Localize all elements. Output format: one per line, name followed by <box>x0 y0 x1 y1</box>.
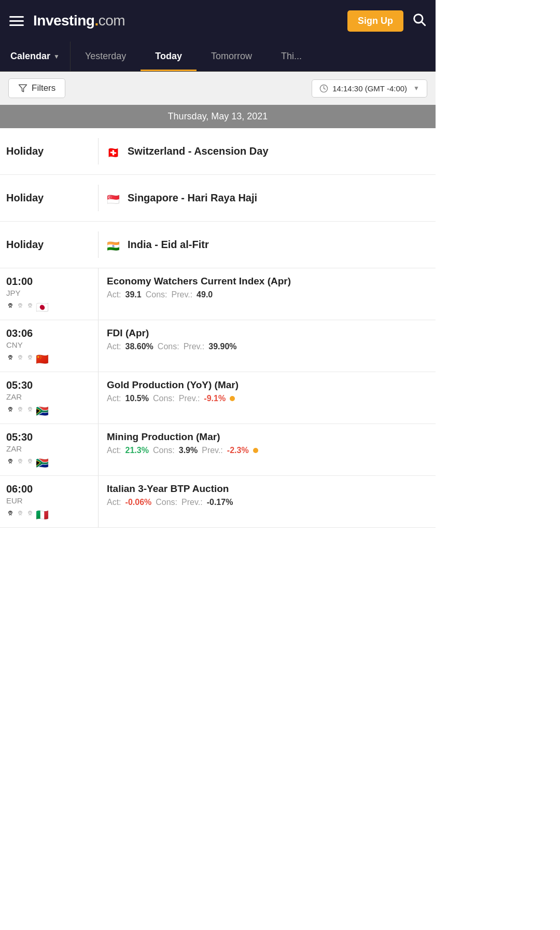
holiday-name: Switzerland - Ascension Day <box>128 145 269 157</box>
holiday-row[interactable]: Holiday 🇮🇳 India - Eid al-Fitr <box>0 222 436 268</box>
calendar-dropdown[interactable]: Calendar ▼ <box>0 42 71 71</box>
event-impact: 🇯🇵 <box>6 300 50 312</box>
clock-icon <box>319 84 328 93</box>
event-row[interactable]: 01:00 JPY 🇯🇵 Economy Watchers Current In… <box>0 268 436 320</box>
impact-bull-2 <box>16 354 24 362</box>
country-flag: 🇮🇳 <box>107 241 121 251</box>
signup-button[interactable]: Sign Up <box>347 10 403 32</box>
holiday-detail-col: 🇮🇳 India - Eid al-Fitr <box>99 231 436 258</box>
event-time-col: 05:30 ZAR 🇿🇦 <box>0 424 99 475</box>
holiday-row[interactable]: Holiday 🇸🇬 Singapore - Hari Raya Haji <box>0 175 436 222</box>
app-header: Investing.com Sign Up <box>0 0 436 42</box>
event-detail-col: FDI (Apr) Act:38.60% Cons: Prev.:39.90% <box>99 320 436 372</box>
event-name: FDI (Apr) <box>107 327 427 339</box>
event-time: 05:30 <box>6 379 33 391</box>
time-dropdown-arrow: ▼ <box>413 85 419 92</box>
country-flag: 🇨🇳 <box>36 354 50 364</box>
prev-label: Prev.: <box>181 498 203 507</box>
event-detail-col: Economy Watchers Current Index (Apr) Act… <box>99 268 436 320</box>
svg-line-1 <box>422 22 425 25</box>
event-name: Gold Production (YoY) (Mar) <box>107 379 427 391</box>
event-row[interactable]: 06:00 EUR 🇮🇹 Italian 3-Year BTP Auction … <box>0 476 436 528</box>
svg-marker-2 <box>19 85 27 92</box>
act-value: 38.60% <box>125 342 153 351</box>
impact-bull-1 <box>6 458 15 466</box>
holiday-row[interactable]: Holiday 🇨🇭 Switzerland - Ascension Day <box>0 128 436 175</box>
impact-bull-3 <box>26 458 34 466</box>
filters-label: Filters <box>32 83 55 93</box>
event-detail-col: Mining Production (Mar) Act:21.3% Cons:3… <box>99 424 436 475</box>
holiday-label: Holiday <box>6 239 44 251</box>
impact-bull-2 <box>16 510 24 517</box>
event-time-col: 03:06 CNY 🇨🇳 <box>0 320 99 372</box>
prev-value: -2.3% <box>227 446 249 455</box>
logo[interactable]: Investing.com <box>33 12 125 29</box>
event-currency: JPY <box>6 289 21 297</box>
event-detail-col: Italian 3-Year BTP Auction Act:-0.06% Co… <box>99 476 436 527</box>
impact-bull-3 <box>26 406 34 414</box>
act-value: -0.06% <box>125 498 152 507</box>
prev-value: -0.17% <box>207 498 233 507</box>
logo-invest: Investing <box>33 12 94 29</box>
calendar-label: Calendar <box>10 51 50 62</box>
event-name: Mining Production (Mar) <box>107 431 427 443</box>
impact-bull-1 <box>6 354 15 362</box>
impact-bull-3 <box>26 510 34 517</box>
event-stats: Act:39.1 Cons: Prev.:49.0 <box>107 290 427 299</box>
event-time-col: 01:00 JPY 🇯🇵 <box>0 268 99 320</box>
holiday-label-col: Holiday <box>0 185 99 211</box>
holiday-detail-col: 🇸🇬 Singapore - Hari Raya Haji <box>99 185 436 212</box>
events-list: Holiday 🇨🇭 Switzerland - Ascension Day H… <box>0 128 436 528</box>
tab-tomorrow[interactable]: Tomorrow <box>197 42 267 71</box>
prev-label: Prev.: <box>172 290 193 299</box>
filters-button[interactable]: Filters <box>8 78 65 98</box>
impact-bull-1 <box>6 510 15 517</box>
event-row[interactable]: 05:30 ZAR 🇿🇦 Mining Production (Mar) Act… <box>0 424 436 476</box>
time-value: 14:14:30 (GMT -4:00) <box>332 84 407 93</box>
impact-bull-1 <box>6 303 15 310</box>
prev-label: Prev.: <box>202 446 223 455</box>
holiday-label: Holiday <box>6 145 44 157</box>
event-impact: 🇿🇦 <box>6 456 50 468</box>
act-value: 39.1 <box>125 290 142 299</box>
time-display[interactable]: 14:14:30 (GMT -4:00) ▼ <box>312 79 427 98</box>
hamburger-menu[interactable] <box>9 16 24 26</box>
event-impact: 🇨🇳 <box>6 352 50 364</box>
date-separator: Thursday, May 13, 2021 <box>0 105 436 128</box>
country-flag: 🇨🇭 <box>107 147 121 158</box>
event-time: 05:30 <box>6 431 33 443</box>
country-flag: 🇸🇬 <box>107 194 121 204</box>
impact-bull-3 <box>26 303 34 310</box>
event-detail-col: Gold Production (YoY) (Mar) Act:10.5% Co… <box>99 372 436 423</box>
holiday-name: Singapore - Hari Raya Haji <box>128 192 257 204</box>
act-label: Act: <box>107 498 121 507</box>
event-row[interactable]: 05:30 ZAR 🇿🇦 Gold Production (YoY) (Mar)… <box>0 372 436 424</box>
filter-icon <box>18 84 27 93</box>
holiday-label-col: Holiday <box>0 231 99 258</box>
logo-dot: . <box>94 12 98 29</box>
tab-today[interactable]: Today <box>141 42 197 71</box>
event-row[interactable]: 03:06 CNY 🇨🇳 FDI (Apr) Act:38.60% Cons: … <box>0 320 436 372</box>
cons-label: Cons: <box>153 446 175 455</box>
search-icon[interactable] <box>412 12 426 30</box>
holiday-detail-col: 🇨🇭 Switzerland - Ascension Day <box>99 138 436 165</box>
cons-label: Cons: <box>153 394 175 403</box>
holiday-label: Holiday <box>6 192 44 204</box>
act-label: Act: <box>107 290 121 299</box>
prev-value: -9.1% <box>204 394 226 403</box>
nav-tabs: Calendar ▼ Yesterday Today Tomorrow Thi.… <box>0 42 436 72</box>
act-label: Act: <box>107 394 121 403</box>
tab-yesterday[interactable]: Yesterday <box>71 42 141 71</box>
act-label: Act: <box>107 342 121 351</box>
impact-bull-3 <box>26 354 34 362</box>
event-name: Italian 3-Year BTP Auction <box>107 483 427 495</box>
event-stats: Act:10.5% Cons: Prev.:-9.1% <box>107 394 427 403</box>
highlight-dot <box>230 396 235 401</box>
prev-value: 49.0 <box>197 290 213 299</box>
event-currency: EUR <box>6 496 23 505</box>
highlight-dot <box>253 448 258 453</box>
tab-this-week[interactable]: Thi... <box>267 42 316 71</box>
event-stats: Act:38.60% Cons: Prev.:39.90% <box>107 342 427 351</box>
event-stats: Act:-0.06% Cons: Prev.:-0.17% <box>107 498 427 507</box>
event-time: 01:00 <box>6 276 33 288</box>
